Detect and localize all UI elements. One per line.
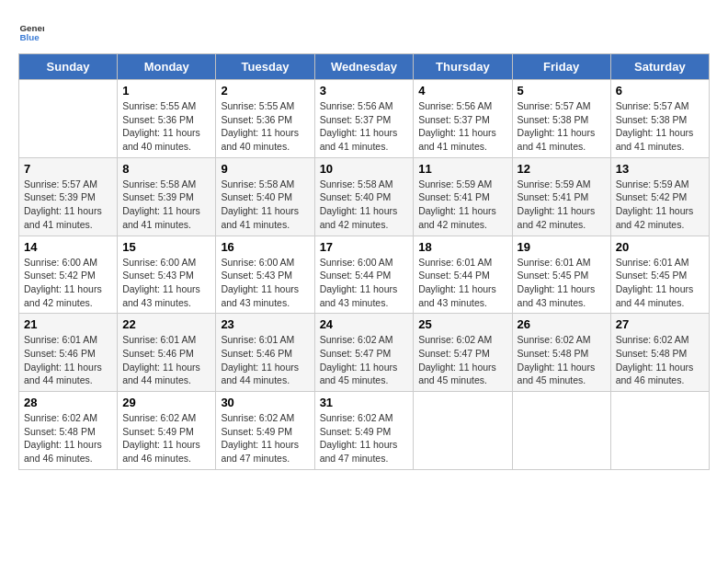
day-info: Sunrise: 5:56 AMSunset: 5:37 PMDaylight:…	[320, 99, 409, 154]
calendar-cell: 21Sunrise: 6:01 AMSunset: 5:46 PMDayligh…	[19, 314, 118, 392]
logo: General Blue	[18, 18, 46, 44]
day-number: 21	[24, 317, 112, 331]
calendar-table: SundayMondayTuesdayWednesdayThursdayFrid…	[18, 53, 710, 470]
day-info: Sunrise: 5:58 AMSunset: 5:40 PMDaylight:…	[320, 178, 409, 232]
day-info: Sunrise: 6:02 AMSunset: 5:48 PMDaylight:…	[518, 333, 606, 387]
calendar-cell: 11Sunrise: 5:59 AMSunset: 5:41 PMDayligh…	[414, 157, 512, 236]
day-number: 17	[320, 240, 409, 254]
day-info: Sunrise: 5:55 AMSunset: 5:36 PMDaylight:…	[122, 99, 210, 154]
day-number: 19	[518, 240, 606, 254]
day-number: 30	[221, 396, 309, 409]
logo-icon: General Blue	[18, 18, 44, 44]
day-number: 9	[221, 162, 309, 176]
header-day-tuesday: Tuesday	[216, 54, 314, 80]
day-number: 14	[24, 240, 112, 254]
calendar-cell: 26Sunrise: 6:02 AMSunset: 5:48 PMDayligh…	[512, 314, 610, 392]
day-info: Sunrise: 5:56 AMSunset: 5:37 PMDaylight:…	[418, 99, 506, 154]
day-info: Sunrise: 5:58 AMSunset: 5:40 PMDaylight:…	[221, 178, 309, 232]
day-info: Sunrise: 5:55 AMSunset: 5:36 PMDaylight:…	[221, 99, 309, 154]
calendar-cell: 29Sunrise: 6:02 AMSunset: 5:49 PMDayligh…	[118, 392, 216, 470]
day-info: Sunrise: 6:00 AMSunset: 5:43 PMDaylight:…	[122, 256, 210, 310]
day-number: 6	[616, 84, 704, 98]
day-info: Sunrise: 5:59 AMSunset: 5:41 PMDaylight:…	[518, 178, 606, 232]
day-number: 3	[320, 84, 409, 98]
header-day-friday: Friday	[512, 54, 610, 80]
day-info: Sunrise: 6:01 AMSunset: 5:46 PMDaylight:…	[24, 333, 112, 387]
day-number: 23	[221, 317, 309, 331]
day-number: 10	[320, 162, 409, 176]
calendar-cell: 30Sunrise: 6:02 AMSunset: 5:49 PMDayligh…	[216, 392, 314, 470]
day-info: Sunrise: 6:02 AMSunset: 5:49 PMDaylight:…	[122, 411, 210, 465]
day-info: Sunrise: 6:01 AMSunset: 5:46 PMDaylight:…	[221, 333, 309, 387]
day-info: Sunrise: 6:00 AMSunset: 5:44 PMDaylight:…	[320, 256, 409, 310]
calendar-body: 1Sunrise: 5:55 AMSunset: 5:36 PMDaylight…	[19, 80, 710, 470]
day-number: 8	[122, 162, 210, 176]
svg-text:Blue: Blue	[19, 32, 40, 42]
day-number: 12	[518, 162, 606, 176]
day-number: 13	[616, 162, 704, 176]
calendar-week-1: 1Sunrise: 5:55 AMSunset: 5:36 PMDaylight…	[19, 80, 710, 158]
calendar-cell	[610, 392, 709, 470]
day-number: 5	[518, 84, 606, 98]
day-number: 2	[221, 84, 309, 98]
day-info: Sunrise: 6:02 AMSunset: 5:47 PMDaylight:…	[418, 333, 506, 387]
calendar-cell	[512, 392, 610, 470]
calendar-cell: 23Sunrise: 6:01 AMSunset: 5:46 PMDayligh…	[216, 314, 314, 392]
day-info: Sunrise: 6:01 AMSunset: 5:46 PMDaylight:…	[122, 333, 210, 387]
calendar-header-row: SundayMondayTuesdayWednesdayThursdayFrid…	[19, 54, 710, 80]
calendar-cell: 19Sunrise: 6:01 AMSunset: 5:45 PMDayligh…	[512, 236, 610, 314]
day-number: 28	[24, 396, 112, 409]
calendar-cell: 15Sunrise: 6:00 AMSunset: 5:43 PMDayligh…	[118, 236, 216, 314]
calendar-cell: 22Sunrise: 6:01 AMSunset: 5:46 PMDayligh…	[118, 314, 216, 392]
day-number: 20	[616, 240, 704, 254]
calendar-cell: 13Sunrise: 5:59 AMSunset: 5:42 PMDayligh…	[610, 157, 709, 236]
day-number: 25	[418, 317, 506, 331]
day-number: 22	[122, 317, 210, 331]
calendar-cell: 24Sunrise: 6:02 AMSunset: 5:47 PMDayligh…	[314, 314, 414, 392]
day-info: Sunrise: 6:02 AMSunset: 5:49 PMDaylight:…	[320, 411, 409, 465]
calendar-week-4: 21Sunrise: 6:01 AMSunset: 5:46 PMDayligh…	[19, 314, 710, 392]
calendar-cell: 18Sunrise: 6:01 AMSunset: 5:44 PMDayligh…	[414, 236, 512, 314]
day-info: Sunrise: 6:00 AMSunset: 5:42 PMDaylight:…	[24, 256, 112, 310]
calendar-cell: 27Sunrise: 6:02 AMSunset: 5:48 PMDayligh…	[610, 314, 709, 392]
calendar-week-2: 7Sunrise: 5:57 AMSunset: 5:39 PMDaylight…	[19, 157, 710, 236]
calendar-cell: 14Sunrise: 6:00 AMSunset: 5:42 PMDayligh…	[19, 236, 118, 314]
day-number: 4	[418, 84, 506, 98]
day-info: Sunrise: 6:02 AMSunset: 5:48 PMDaylight:…	[24, 411, 112, 465]
calendar-week-5: 28Sunrise: 6:02 AMSunset: 5:48 PMDayligh…	[19, 392, 710, 470]
day-number: 1	[122, 84, 210, 98]
calendar-cell: 3Sunrise: 5:56 AMSunset: 5:37 PMDaylight…	[314, 80, 414, 158]
day-info: Sunrise: 5:57 AMSunset: 5:39 PMDaylight:…	[24, 178, 112, 232]
calendar-cell: 17Sunrise: 6:00 AMSunset: 5:44 PMDayligh…	[314, 236, 414, 314]
header-day-monday: Monday	[118, 54, 216, 80]
calendar-cell	[414, 392, 512, 470]
day-info: Sunrise: 6:01 AMSunset: 5:45 PMDaylight:…	[518, 256, 606, 310]
calendar-cell: 5Sunrise: 5:57 AMSunset: 5:38 PMDaylight…	[512, 80, 610, 158]
calendar-cell: 16Sunrise: 6:00 AMSunset: 5:43 PMDayligh…	[216, 236, 314, 314]
header-day-saturday: Saturday	[610, 54, 709, 80]
calendar-cell: 8Sunrise: 5:58 AMSunset: 5:39 PMDaylight…	[118, 157, 216, 236]
calendar-cell: 12Sunrise: 5:59 AMSunset: 5:41 PMDayligh…	[512, 157, 610, 236]
header-day-thursday: Thursday	[414, 54, 512, 80]
header-day-sunday: Sunday	[19, 54, 118, 80]
day-info: Sunrise: 5:59 AMSunset: 5:42 PMDaylight:…	[616, 178, 704, 232]
day-number: 11	[418, 162, 506, 176]
day-info: Sunrise: 5:57 AMSunset: 5:38 PMDaylight:…	[616, 99, 704, 154]
calendar-cell: 25Sunrise: 6:02 AMSunset: 5:47 PMDayligh…	[414, 314, 512, 392]
calendar-cell: 31Sunrise: 6:02 AMSunset: 5:49 PMDayligh…	[314, 392, 414, 470]
day-number: 18	[418, 240, 506, 254]
day-info: Sunrise: 6:02 AMSunset: 5:47 PMDaylight:…	[320, 333, 409, 387]
calendar-cell: 7Sunrise: 5:57 AMSunset: 5:39 PMDaylight…	[19, 157, 118, 236]
day-info: Sunrise: 6:00 AMSunset: 5:43 PMDaylight:…	[221, 256, 309, 310]
day-info: Sunrise: 6:02 AMSunset: 5:49 PMDaylight:…	[221, 411, 309, 465]
calendar-cell: 28Sunrise: 6:02 AMSunset: 5:48 PMDayligh…	[19, 392, 118, 470]
day-number: 29	[122, 396, 210, 409]
calendar-cell: 4Sunrise: 5:56 AMSunset: 5:37 PMDaylight…	[414, 80, 512, 158]
day-number: 7	[24, 162, 112, 176]
calendar-cell: 2Sunrise: 5:55 AMSunset: 5:36 PMDaylight…	[216, 80, 314, 158]
day-info: Sunrise: 5:57 AMSunset: 5:38 PMDaylight:…	[518, 99, 606, 154]
calendar-cell: 6Sunrise: 5:57 AMSunset: 5:38 PMDaylight…	[610, 80, 709, 158]
day-number: 26	[518, 317, 606, 331]
header-day-wednesday: Wednesday	[314, 54, 414, 80]
day-number: 27	[616, 317, 704, 331]
